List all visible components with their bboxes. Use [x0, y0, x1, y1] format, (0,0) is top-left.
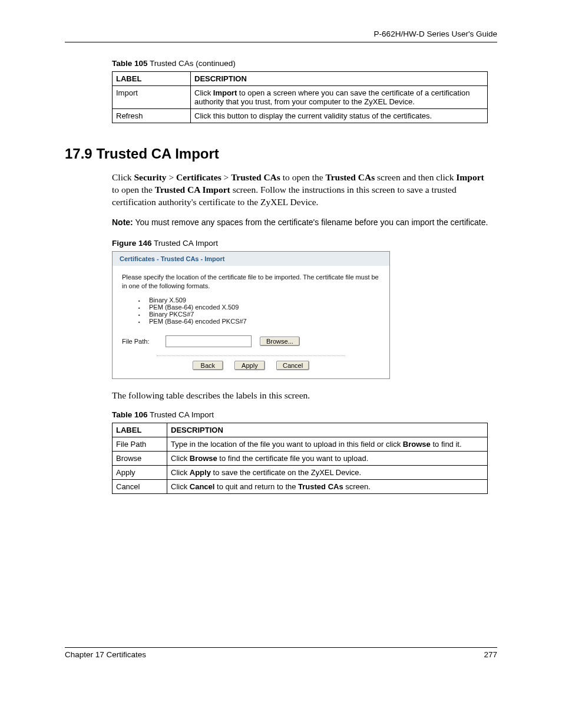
- cell-label: Browse: [113, 451, 167, 465]
- table-row: Refresh Click this button to display the…: [113, 109, 488, 123]
- list-item: Binary PKCS#7: [138, 311, 380, 318]
- apply-button[interactable]: Apply: [234, 361, 265, 370]
- instructions-text: Please specify the location of the certi…: [122, 273, 380, 291]
- figure-caption-text: Trusted CA Import: [152, 239, 219, 248]
- figure146-caption: Figure 146 Trusted CA Import: [112, 239, 497, 248]
- table106-caption-text: Trusted CA Import: [148, 410, 214, 419]
- section-heading: 17.9 Trusted CA Import: [65, 146, 497, 162]
- cell-label: Refresh: [113, 109, 191, 123]
- figure-caption-num: Figure 146: [112, 239, 152, 248]
- table-row: Import Click Import to open a screen whe…: [113, 86, 488, 109]
- action-buttons: Back Apply Cancel: [122, 361, 380, 370]
- table-row: Browse Click Browse to find the certific…: [113, 451, 488, 465]
- list-item: Binary X.509: [138, 297, 380, 304]
- cancel-button[interactable]: Cancel: [276, 361, 309, 370]
- file-path-input[interactable]: [166, 335, 252, 347]
- table105: LABEL DESCRIPTION Import Click Import to…: [112, 71, 488, 123]
- footer-rule: [65, 647, 497, 648]
- table-row: Cancel Click Cancel to quit and return t…: [113, 479, 488, 493]
- cell-label: Cancel: [113, 479, 167, 493]
- table105-caption-text: Trusted CAs (continued): [148, 59, 236, 68]
- list-item: PEM (Base-64) encoded X.509: [138, 304, 380, 311]
- table-row: File Path Type in the location of the fi…: [113, 437, 488, 451]
- cell-desc: Type in the location of the file you wan…: [167, 437, 488, 451]
- screenshot-titlebar: Certificates - Trusted CAs - Import: [113, 252, 389, 266]
- note-paragraph: Note: You must remove any spaces from th…: [112, 217, 489, 229]
- separator: [157, 355, 345, 356]
- footer-page-number: 277: [484, 650, 497, 659]
- table106: LABEL DESCRIPTION File Path Type in the …: [112, 423, 488, 494]
- header-rule: [65, 42, 497, 42]
- cell-label: Import: [113, 86, 191, 109]
- table106-caption-num: Table 106: [112, 410, 148, 419]
- cell-desc: Click this button to display the current…: [191, 109, 488, 123]
- th-label: LABEL: [113, 72, 191, 86]
- cell-desc: Click Cancel to quit and return to the T…: [167, 479, 488, 493]
- th-description: DESCRIPTION: [167, 423, 488, 437]
- footer-chapter: Chapter 17 Certificates: [65, 650, 146, 659]
- formats-list: Binary X.509 PEM (Base-64) encoded X.509…: [122, 297, 380, 325]
- figure-screenshot: Certificates - Trusted CAs - Import Plea…: [112, 251, 390, 379]
- table106-caption: Table 106 Trusted CA Import: [112, 410, 497, 419]
- note-label: Note:: [112, 218, 133, 227]
- back-button[interactable]: Back: [193, 361, 223, 370]
- screenshot-content: Please specify the location of the certi…: [113, 266, 389, 378]
- intro-paragraph: Click Security > Certificates > Trusted …: [112, 172, 489, 209]
- cell-desc: Click Browse to find the certificate fil…: [167, 451, 488, 465]
- th-label: LABEL: [113, 423, 167, 437]
- header-guide-title: P-662H/HW-D Series User's Guide: [65, 29, 497, 42]
- file-path-row: File Path: Browse...: [122, 335, 380, 347]
- table105-caption: Table 105 Trusted CAs (continued): [112, 59, 497, 68]
- browse-button[interactable]: Browse...: [260, 337, 300, 346]
- table-header-row: LABEL DESCRIPTION: [113, 72, 488, 86]
- table105-caption-num: Table 105: [112, 59, 148, 68]
- file-path-label: File Path:: [122, 338, 157, 345]
- table-row: Apply Click Apply to save the certificat…: [113, 465, 488, 479]
- cell-label: File Path: [113, 437, 167, 451]
- table-intro-text: The following table describes the labels…: [112, 390, 489, 402]
- page-footer: Chapter 17 Certificates 277: [65, 647, 497, 659]
- th-description: DESCRIPTION: [191, 72, 488, 86]
- cell-desc: Click Apply to save the certificate on t…: [167, 465, 488, 479]
- cell-desc: Click Import to open a screen where you …: [191, 86, 488, 109]
- cell-label: Apply: [113, 465, 167, 479]
- table-header-row: LABEL DESCRIPTION: [113, 423, 488, 437]
- list-item: PEM (Base-64) encoded PKCS#7: [138, 318, 380, 325]
- note-body: You must remove any spaces from the cert…: [133, 218, 488, 227]
